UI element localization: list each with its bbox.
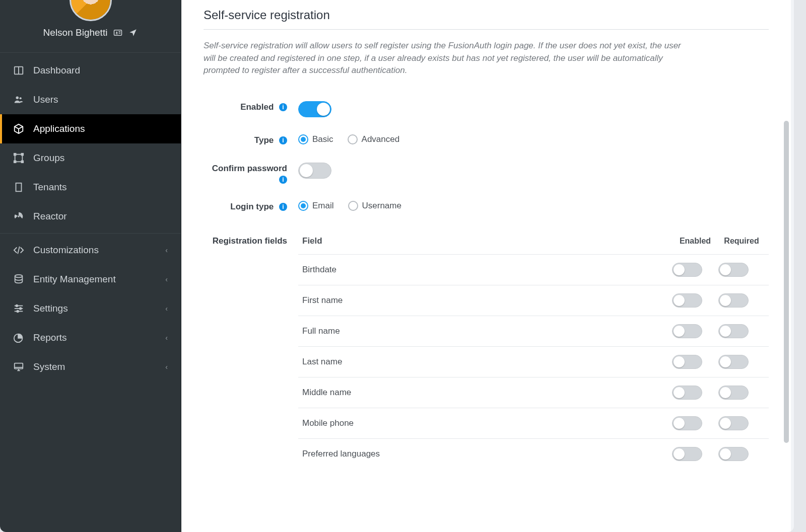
chevron-left-icon: ‹ xyxy=(165,363,168,371)
sidebar-item-label: Dashboard xyxy=(33,65,80,76)
sidebar-item-label: Entity Management xyxy=(33,274,116,285)
sidebar: Nelson Bighetti Dashboard Users xyxy=(0,0,181,532)
code-icon xyxy=(13,245,24,256)
radio-label: Advanced xyxy=(362,134,400,144)
sidebar-item-tenants[interactable]: Tenants xyxy=(0,173,181,202)
field-row: Last name xyxy=(298,347,769,377)
info-icon[interactable]: i xyxy=(279,136,287,144)
field-enabled-toggle[interactable] xyxy=(672,263,702,277)
sidebar-item-reports[interactable]: Reports ‹ xyxy=(0,323,181,352)
section-title: Self-service registration xyxy=(204,5,769,30)
sidebar-item-users[interactable]: Users xyxy=(0,85,181,114)
chevron-left-icon: ‹ xyxy=(165,334,168,342)
radio-label: Username xyxy=(362,201,401,211)
col-header-enabled: Enabled xyxy=(672,237,718,246)
svg-rect-12 xyxy=(14,161,16,163)
database-icon xyxy=(13,274,24,285)
field-row: Preferred languages xyxy=(298,439,769,469)
field-enabled-toggle[interactable] xyxy=(672,293,702,308)
row-enabled: Enabled i xyxy=(204,92,769,125)
sidebar-item-label: Applications xyxy=(33,123,85,134)
sidebar-item-applications[interactable]: Applications xyxy=(0,114,181,143)
building-icon xyxy=(13,182,24,193)
sidebar-item-label: Reports xyxy=(33,332,67,343)
sidebar-item-groups[interactable]: Groups xyxy=(0,143,181,173)
sidebar-nav: Dashboard Users Applications Groups Tena… xyxy=(0,53,181,382)
scrollbar-thumb[interactable] xyxy=(784,121,789,443)
svg-point-32 xyxy=(17,311,19,313)
info-icon[interactable]: i xyxy=(279,103,287,111)
sidebar-item-label: Groups xyxy=(33,153,64,164)
svg-rect-33 xyxy=(15,363,23,369)
field-row: Middle name xyxy=(298,377,769,408)
sidebar-item-reactor[interactable]: Reactor xyxy=(0,202,181,231)
type-label: Type xyxy=(254,135,274,145)
field-required-toggle[interactable] xyxy=(718,263,749,277)
radio-label: Email xyxy=(312,201,334,211)
field-name: Middle name xyxy=(302,388,672,398)
field-name: Mobile phone xyxy=(302,418,672,428)
sidebar-item-label: Settings xyxy=(33,303,68,314)
users-icon xyxy=(13,94,24,105)
enabled-toggle[interactable] xyxy=(298,101,331,117)
sidebar-item-system[interactable]: System ‹ xyxy=(0,352,181,382)
login-type-email-radio[interactable]: Email xyxy=(298,201,334,211)
confirm-password-toggle[interactable] xyxy=(298,163,331,179)
registration-fields-label: Registration fields xyxy=(213,236,287,246)
field-required-toggle[interactable] xyxy=(718,293,749,308)
field-required-toggle[interactable] xyxy=(718,416,749,430)
info-icon[interactable]: i xyxy=(279,203,287,211)
desktop-icon xyxy=(13,361,24,372)
confirm-password-label: Confirm password xyxy=(212,164,287,174)
info-icon[interactable]: i xyxy=(279,176,287,184)
field-required-toggle[interactable] xyxy=(718,355,749,369)
field-enabled-toggle[interactable] xyxy=(672,447,702,461)
field-required-toggle[interactable] xyxy=(718,386,749,400)
id-card-icon[interactable] xyxy=(113,28,122,37)
svg-point-6 xyxy=(16,97,19,100)
chevron-left-icon: ‹ xyxy=(165,275,168,283)
field-enabled-toggle[interactable] xyxy=(672,386,702,400)
nav-separator xyxy=(0,233,181,234)
chevron-left-icon: ‹ xyxy=(165,305,168,313)
sidebar-item-settings[interactable]: Settings ‹ xyxy=(0,294,181,323)
sidebar-item-entity-management[interactable]: Entity Management ‹ xyxy=(0,265,181,294)
sidebar-item-label: Tenants xyxy=(33,182,67,193)
scrollbar[interactable] xyxy=(784,121,789,443)
main-panel: Self-service registration Self-service r… xyxy=(181,0,791,532)
field-required-toggle[interactable] xyxy=(718,447,749,461)
type-basic-radio[interactable]: Basic xyxy=(298,134,333,144)
svg-point-1 xyxy=(116,32,118,33)
radio-label: Basic xyxy=(312,134,333,144)
row-type: Type i Basic Advanced xyxy=(204,125,769,154)
svg-point-7 xyxy=(20,97,22,99)
sidebar-item-dashboard[interactable]: Dashboard xyxy=(0,56,181,85)
field-name: Birthdate xyxy=(302,265,672,275)
field-name: Preferred languages xyxy=(302,449,672,459)
field-enabled-toggle[interactable] xyxy=(672,355,702,369)
row-confirm-password: Confirm password i xyxy=(204,154,769,192)
col-header-required: Required xyxy=(718,237,765,246)
field-name: Full name xyxy=(302,326,672,336)
avatar[interactable] xyxy=(70,0,112,21)
field-enabled-toggle[interactable] xyxy=(672,324,702,338)
section-description: Self-service registration will allow use… xyxy=(204,30,682,92)
object-group-icon xyxy=(13,153,24,164)
field-enabled-toggle[interactable] xyxy=(672,416,702,430)
svg-point-24 xyxy=(18,215,20,217)
columns-icon xyxy=(13,65,24,76)
sliders-icon xyxy=(13,303,24,314)
svg-point-26 xyxy=(15,275,23,278)
sidebar-item-label: Users xyxy=(33,94,58,105)
field-name: Last name xyxy=(302,357,672,367)
sidebar-item-label: Customizations xyxy=(33,245,99,256)
svg-line-25 xyxy=(18,247,20,254)
login-type-username-radio[interactable]: Username xyxy=(348,201,401,211)
svg-rect-10 xyxy=(14,154,16,156)
svg-point-30 xyxy=(16,305,18,307)
location-arrow-icon[interactable] xyxy=(128,28,138,37)
row-registration-fields: Registration fields Field Enabled Requir… xyxy=(204,220,769,477)
type-advanced-radio[interactable]: Advanced xyxy=(348,134,400,144)
sidebar-item-customizations[interactable]: Customizations ‹ xyxy=(0,236,181,265)
field-required-toggle[interactable] xyxy=(718,324,749,338)
